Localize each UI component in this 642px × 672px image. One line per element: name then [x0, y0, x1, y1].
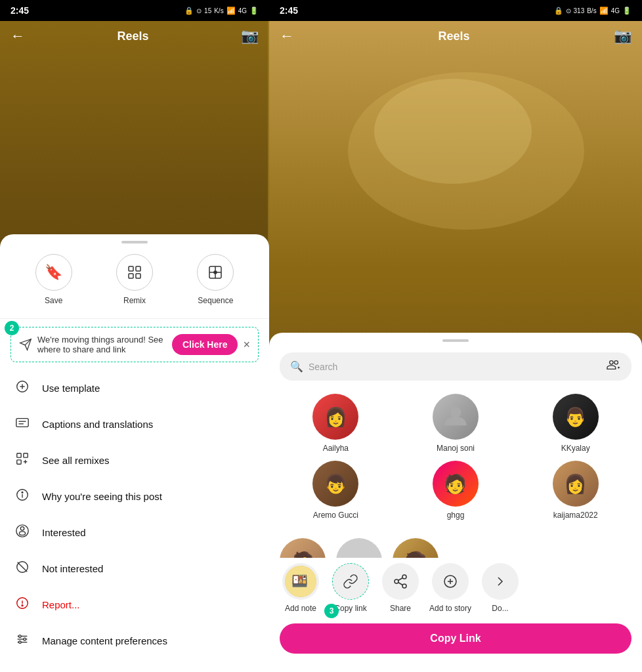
partial-avatar-1[interactable]: 🧑	[280, 538, 326, 558]
copy-link-big-button[interactable]: Copy Link	[280, 623, 631, 654]
add-note-label: Add note	[285, 604, 316, 613]
add-note-action[interactable]: 🍱 Add note	[280, 563, 322, 613]
save-label: Save	[45, 296, 62, 305]
camera-button-right[interactable]: 📷	[614, 28, 631, 45]
avatar-kkyalay[interactable]: 👨 KKyalay	[519, 394, 631, 453]
svg-line-28	[18, 562, 28, 572]
back-button-right[interactable]: ←	[280, 28, 294, 45]
avatar-name-manoj: Manoj soni	[437, 444, 475, 453]
avatar-aailyha[interactable]: 👩 Aailyha	[280, 394, 392, 453]
not-interested-icon	[13, 560, 32, 578]
add-story-label: Add to story	[429, 604, 471, 613]
avatar-name-aremo: Aremo Gucci	[313, 511, 358, 520]
svg-rect-16	[17, 453, 21, 457]
avatar-img-kaijama: 👩	[553, 461, 599, 507]
sequence-icon	[197, 254, 234, 291]
avatar-manoj[interactable]: Manoj soni	[400, 394, 512, 453]
svg-point-31	[22, 605, 23, 606]
svg-point-52	[402, 584, 406, 588]
add-story-circle	[432, 563, 469, 600]
svg-point-25	[19, 532, 25, 536]
use-template-item[interactable]: Use template	[0, 370, 269, 406]
report-label: Report...	[42, 599, 80, 610]
see-remixes-label: See all remixes	[42, 455, 110, 466]
share-label: Share	[390, 604, 411, 613]
avatar-aremo[interactable]: 👦 Aremo Gucci	[280, 461, 392, 520]
sheet-top-icons: 🔖 Save Remix	[0, 254, 269, 319]
report-icon	[13, 596, 32, 614]
partial-avatar-2[interactable]	[336, 538, 382, 558]
close-notif-button[interactable]: ×	[243, 338, 250, 352]
avatar-name-kaijama: kaijama2022	[553, 511, 598, 520]
svg-text:🍱: 🍱	[291, 573, 308, 589]
not-interested-item[interactable]: Not interested	[0, 551, 269, 587]
svg-rect-5	[136, 274, 140, 278]
partial-avatar-row: 🧑 🧒	[269, 525, 642, 558]
avatar-img-aailyha: 👩	[312, 394, 358, 440]
copy-link-circle	[332, 563, 369, 600]
captions-label: Captions and translations	[42, 419, 153, 430]
svg-point-9	[214, 271, 217, 274]
copy-link-action[interactable]: Copy link 3	[330, 563, 372, 613]
interested-icon	[13, 524, 32, 541]
avatar-name-kkyalay: KKyalay	[561, 444, 590, 453]
avatar-img-kkyalay: 👨	[553, 394, 599, 440]
camera-button-left[interactable]: 📷	[241, 28, 259, 45]
share-actions-row: 🍱 Add note Copy link 3	[269, 558, 642, 618]
svg-rect-3	[136, 266, 140, 271]
avatar-name-ghgg: ghgg	[447, 511, 465, 520]
svg-point-50	[402, 575, 406, 579]
manage-prefs-item[interactable]: Manage content preferences	[0, 623, 269, 659]
svg-rect-13	[16, 419, 28, 427]
notification-banner: 2 We're moving things around! See where …	[11, 327, 259, 362]
save-button[interactable]: 🔖 Save	[35, 254, 72, 305]
more-action[interactable]: Do...	[479, 563, 521, 613]
svg-point-47	[450, 407, 461, 418]
search-placeholder: Search	[309, 362, 601, 372]
avatar-img-ghgg: 🧑	[433, 461, 479, 507]
header-title-right: Reels	[438, 30, 469, 43]
svg-rect-18	[17, 460, 21, 464]
share-sheet-handle	[442, 339, 469, 342]
add-person-button[interactable]	[607, 358, 621, 375]
add-story-action[interactable]: Add to story	[429, 563, 471, 613]
avatar-img-aremo: 👦	[312, 461, 358, 507]
click-here-button-left[interactable]: Click Here	[172, 334, 238, 355]
avatar-ghgg[interactable]: 🧑 ghgg	[400, 461, 512, 520]
sequence-button[interactable]: Sequence	[197, 254, 234, 305]
interested-item[interactable]: Interested	[0, 514, 269, 551]
svg-point-23	[22, 492, 23, 493]
avatars-grid: 👩 Aailyha Manoj soni 👨 KKyalay	[269, 388, 642, 525]
why-seeing-icon	[13, 488, 32, 505]
status-icons-left: 🔒 ⊙ 15 K/s 📶 4G 🔋	[184, 7, 259, 15]
svg-point-35	[19, 635, 22, 638]
why-seeing-label: Why you're seeing this post	[42, 491, 162, 502]
manage-prefs-icon	[13, 632, 32, 650]
svg-point-24	[20, 527, 24, 531]
time-left: 2:45	[11, 5, 29, 16]
partial-avatar-3[interactable]: 🧒	[393, 538, 439, 558]
share-circle	[382, 563, 419, 600]
back-button-left[interactable]: ←	[11, 28, 25, 45]
svg-line-54	[398, 578, 403, 581]
remix-icon	[116, 254, 153, 291]
bottom-sheet-left: 🔖 Save Remix	[0, 234, 269, 672]
svg-point-37	[19, 641, 22, 644]
header-title-left: Reels	[117, 30, 148, 43]
svg-point-46	[374, 79, 532, 184]
remix-button[interactable]: Remix	[116, 254, 153, 305]
see-all-remixes-item[interactable]: See all remixes	[0, 442, 269, 478]
share-action[interactable]: Share	[379, 563, 421, 613]
avatar-kaijama[interactable]: 👩 kaijama2022	[519, 461, 631, 520]
manage-prefs-label: Manage content preferences	[42, 635, 167, 646]
right-panel: 2:45 🔒 ⊙ 313 B/s 📶 4G 🔋 ← Reels 📷 🔍 Sear…	[269, 0, 642, 672]
captions-icon	[13, 415, 32, 433]
why-seeing-item[interactable]: Why you're seeing this post	[0, 478, 269, 514]
svg-point-36	[24, 638, 26, 640]
more-circle	[482, 563, 519, 600]
captions-item[interactable]: Captions and translations	[0, 406, 269, 442]
share-sheet: 🔍 Search 👩 Aailyha	[269, 333, 642, 672]
share-search-bar[interactable]: 🔍 Search	[280, 352, 631, 381]
report-item[interactable]: Report...	[0, 587, 269, 623]
time-right: 2:45	[280, 5, 298, 16]
